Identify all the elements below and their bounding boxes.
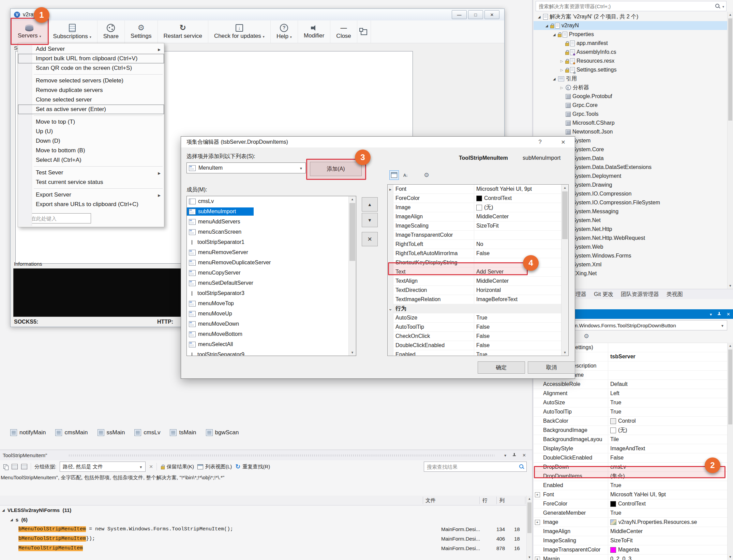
menu-item[interactable]: Export Server	[18, 190, 164, 200]
property-grid-scrollbar[interactable]	[561, 185, 568, 356]
member-item[interactable]: menuMoveTop	[187, 298, 356, 309]
menu-item[interactable]: Export share URLs to clipboard (Ctrl+C)	[18, 200, 164, 209]
property-row[interactable]: AutoToolTip False	[388, 323, 568, 332]
menu-item[interactable]: Up (U)	[18, 127, 164, 136]
toolbar-button[interactable]: Share	[98, 20, 125, 43]
property-row[interactable]: GenerateMember True	[534, 509, 728, 518]
property-row[interactable]: RightToLeftAutoMirrorIma False	[388, 249, 568, 258]
member-item[interactable]: menuRemoveServer	[187, 247, 356, 258]
tree-item[interactable]: v2rayN	[534, 21, 728, 30]
tray-component[interactable]: ssMain	[98, 429, 125, 436]
member-item[interactable]: toolStripSeparator1	[187, 237, 356, 247]
results-list-icon[interactable]	[12, 464, 18, 469]
pin-icon[interactable]	[717, 312, 721, 316]
property-row[interactable]: DoubleClickEnabled False	[534, 453, 728, 463]
search-results-input[interactable]	[424, 464, 519, 470]
property-row[interactable]: Font Microsoft YaHei UI, 9pt	[534, 490, 728, 499]
tree-item[interactable]: Grpc.Tools	[534, 110, 728, 119]
property-row[interactable]: DoubleClickEnabled False	[388, 341, 568, 350]
property-row[interactable]: AutoSize True	[534, 398, 728, 407]
toolbar-button[interactable]: Subscriptions	[47, 20, 98, 43]
property-row[interactable]: Enabled True	[534, 481, 728, 490]
window-position-icon[interactable]	[710, 311, 712, 317]
tree-expander-icon[interactable]	[559, 59, 565, 63]
property-row[interactable]: AccessibleRole Default	[534, 380, 728, 389]
tree-expander-icon[interactable]	[559, 86, 565, 90]
tree-item[interactable]: Settings.settings	[534, 65, 728, 74]
close-icon[interactable]	[727, 311, 730, 317]
member-item[interactable]: menuMoveBottom	[187, 329, 356, 339]
tree-item[interactable]: Google.Protobuf	[534, 92, 728, 101]
property-row[interactable]: ImageScaling SizeToFit	[388, 221, 568, 231]
property-row[interactable]: AutoToolTip True	[534, 407, 728, 417]
property-row[interactable]: ImageAlign MiddleCenter	[388, 212, 568, 221]
menu-item[interactable]: Select All (Ctrl+A)	[18, 155, 164, 165]
find-window-header[interactable]: ToolStripMenuItem"	[0, 450, 532, 460]
menu-item[interactable]: Down (D)	[18, 136, 164, 146]
scroll-up-icon[interactable]	[349, 196, 356, 202]
property-row[interactable]: ImageScaling SizeToFit	[534, 536, 728, 545]
solution-explorer-scrollbar[interactable]	[727, 12, 733, 289]
pin-icon[interactable]	[512, 453, 516, 457]
menu-type-here-input[interactable]	[23, 213, 91, 223]
member-item[interactable]: menuSelectAll	[187, 339, 356, 349]
tray-component[interactable]: notifyMain	[10, 429, 46, 436]
tool-window-tab[interactable]: Git 更改	[590, 289, 617, 299]
tree-expander-icon[interactable]	[559, 68, 565, 72]
property-row[interactable]: ImageTransparentColor	[388, 231, 568, 240]
minimize-button[interactable]	[452, 10, 467, 19]
results-list-alt-icon[interactable]	[21, 464, 27, 469]
scrollbar-thumb[interactable]	[728, 349, 732, 424]
result-row[interactable]: s (6)	[0, 515, 527, 524]
toolbar-button[interactable]: Close	[330, 20, 357, 43]
tray-component[interactable]: cmsLv	[134, 429, 160, 436]
move-up-button[interactable]	[362, 197, 378, 212]
property-row[interactable]: Image v2rayN.Properties.Resources.se	[534, 518, 728, 527]
property-row[interactable]: BackgroundImageLayou Tile	[534, 435, 728, 444]
tree-item[interactable]: AssemblyInfo.cs	[534, 48, 728, 57]
alphabetical-button[interactable]	[401, 171, 410, 180]
property-row[interactable]: 行为	[388, 304, 568, 313]
scroll-up-icon[interactable]	[728, 343, 733, 349]
property-row[interactable]: CheckOnClick False	[388, 332, 568, 341]
result-row[interactable]: bMenuToolStripMenuItem}); MainForm.Desi.…	[0, 534, 527, 543]
scrollbar-thumb[interactable]	[527, 502, 532, 533]
tree-item[interactable]: app.manifest	[534, 39, 728, 48]
drag-grip[interactable]	[68, 454, 495, 456]
dialog-help-button[interactable]	[534, 137, 546, 147]
tree-item[interactable]: Properties	[534, 30, 728, 39]
result-row[interactable]: VLESS\v2rayN\Forms (11)	[0, 505, 527, 515]
menu-item[interactable]	[18, 73, 164, 76]
search-results-box[interactable]	[424, 462, 527, 472]
toolbar-button[interactable]: Restart service	[158, 20, 208, 43]
repeat-find-button[interactable]: 重复查找(R)	[235, 463, 270, 470]
copy-results-icon[interactable]	[3, 464, 8, 469]
chevron-down-icon[interactable]	[722, 3, 724, 9]
toolbar-button[interactable]: Settings	[125, 20, 158, 43]
item-type-combobox[interactable]: MenuItem	[186, 162, 306, 173]
members-scrollbar[interactable]	[348, 196, 356, 356]
dialog-titlebar[interactable]: 项集合编辑器 (tsbServer.DropDownItems)	[181, 137, 575, 147]
scroll-down-icon[interactable]	[728, 283, 733, 289]
property-row[interactable]: ImageAlign MiddleCenter	[534, 527, 728, 536]
tray-component[interactable]: cmsMain	[55, 429, 88, 436]
result-row[interactable]: bMenuToolStripMenuItem = new System.Wind…	[0, 524, 527, 534]
member-item[interactable]: menuCopyServer	[187, 268, 356, 278]
maximize-button[interactable]	[468, 10, 483, 19]
member-item[interactable]: subMenuImport	[187, 206, 356, 217]
column-header-line[interactable]: 行	[482, 496, 488, 505]
tree-expander-icon[interactable]	[551, 33, 557, 36]
menu-item[interactable]	[18, 187, 164, 190]
results-scrollbar[interactable]	[526, 496, 532, 560]
solution-search-box[interactable]	[536, 1, 727, 11]
property-row[interactable]: TextDirection Horizontal	[388, 286, 568, 295]
property-row[interactable]: AutoSize True	[388, 313, 568, 323]
menu-item[interactable]: Test current service status	[18, 177, 164, 187]
clear-icon[interactable]	[149, 464, 153, 470]
member-item[interactable]: menuMoveUp	[187, 309, 356, 319]
menu-item[interactable]: Import bulk URL from clipboard (Ctrl+V)	[18, 54, 164, 63]
menu-item[interactable]: Remove selected servers (Delete)	[18, 76, 164, 85]
member-item[interactable]: cmsLv	[187, 196, 356, 206]
properties-scrollbar[interactable]	[727, 343, 733, 560]
categorized-button[interactable]	[390, 171, 399, 180]
